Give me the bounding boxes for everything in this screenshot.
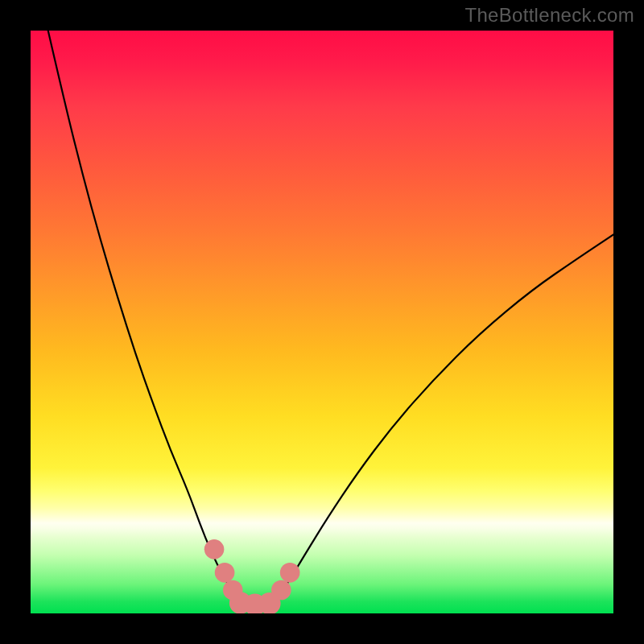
curve-layer [48,31,613,605]
watermark-text: TheBottleneck.com [464,4,634,27]
right-marker-1 [271,580,291,601]
right-marker-2 [280,563,300,583]
left-marker-1 [204,539,225,559]
left-marker-2 [215,563,235,583]
marker-layer [204,539,300,613]
plot-area [31,31,613,613]
chart-svg [31,31,613,613]
series-right-curve [275,234,613,601]
chart-frame: TheBottleneck.com [0,0,644,644]
series-left-curve [48,31,241,602]
